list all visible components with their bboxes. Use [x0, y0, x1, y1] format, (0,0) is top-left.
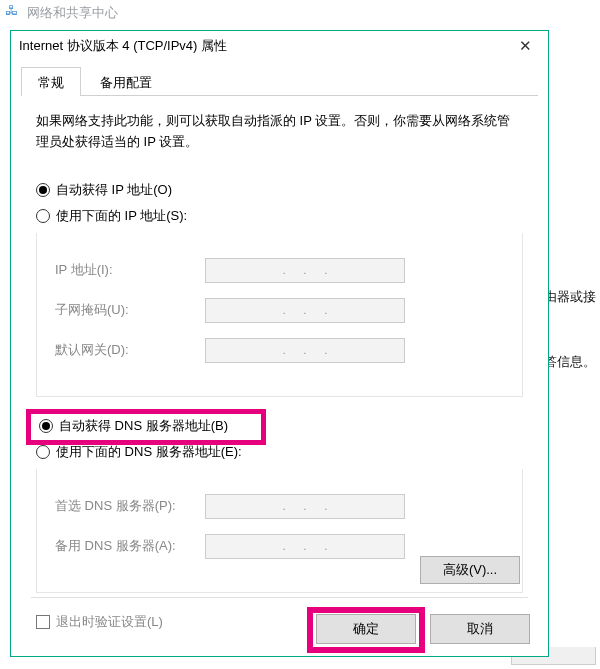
radio-auto-dns[interactable]: 自动获得 DNS 服务器地址(B)	[39, 417, 523, 435]
alternate-dns-input: ...	[205, 534, 405, 559]
radio-icon	[36, 183, 50, 197]
ipv4-properties-dialog: Internet 协议版本 4 (TCP/IPv4) 属性 ✕ 常规 备用配置 …	[10, 30, 549, 657]
radio-auto-ip-label: 自动获得 IP 地址(O)	[56, 181, 172, 199]
gateway-input: ...	[205, 338, 405, 363]
tab-alternate[interactable]: 备用配置	[83, 67, 169, 96]
gateway-row: 默认网关(D): ...	[55, 338, 504, 363]
ip-address-input: ...	[205, 258, 405, 283]
parent-window-header: 网络和共享中心	[0, 0, 600, 25]
tab-general[interactable]: 常规	[21, 67, 81, 96]
alternate-dns-row: 备用 DNS 服务器(A): ...	[55, 534, 504, 559]
dialog-button-row: 确定 取消	[316, 614, 530, 644]
separator	[31, 597, 528, 598]
preferred-dns-input: ...	[205, 494, 405, 519]
radio-auto-ip[interactable]: 自动获得 IP 地址(O)	[36, 181, 523, 199]
dialog-titlebar[interactable]: Internet 协议版本 4 (TCP/IPv4) 属性 ✕	[11, 31, 548, 61]
preferred-dns-row: 首选 DNS 服务器(P): ...	[55, 494, 504, 519]
network-icon	[5, 5, 21, 21]
radio-icon	[36, 445, 50, 459]
checkbox-icon	[36, 615, 50, 629]
gateway-label: 默认网关(D):	[55, 341, 205, 359]
ip-fields-group: IP 地址(I): ... 子网掩码(U): ... 默认网关(D): ...	[36, 233, 523, 397]
cancel-button[interactable]: 取消	[430, 614, 530, 644]
subnet-mask-label: 子网掩码(U):	[55, 301, 205, 319]
radio-auto-dns-label: 自动获得 DNS 服务器地址(B)	[59, 417, 228, 435]
alternate-dns-label: 备用 DNS 服务器(A):	[55, 537, 205, 555]
radio-manual-ip-label: 使用下面的 IP 地址(S):	[56, 207, 187, 225]
subnet-mask-input: ...	[205, 298, 405, 323]
dialog-title: Internet 协议版本 4 (TCP/IPv4) 属性	[19, 37, 227, 55]
tab-strip: 常规 备用配置	[21, 66, 538, 96]
validate-label: 退出时验证设置(L)	[56, 613, 163, 631]
parent-window-title: 网络和共享中心	[27, 4, 118, 22]
ip-address-label: IP 地址(I):	[55, 261, 205, 279]
preferred-dns-label: 首选 DNS 服务器(P):	[55, 497, 205, 515]
advanced-button[interactable]: 高级(V)...	[420, 556, 520, 584]
close-icon: ✕	[519, 37, 532, 55]
radio-manual-dns[interactable]: 使用下面的 DNS 服务器地址(E):	[36, 443, 523, 461]
ip-address-row: IP 地址(I): ...	[55, 258, 504, 283]
intro-text: 如果网络支持此功能，则可以获取自动指派的 IP 设置。否则，你需要从网络系统管理…	[36, 111, 523, 153]
radio-manual-ip[interactable]: 使用下面的 IP 地址(S):	[36, 207, 523, 225]
radio-manual-dns-label: 使用下面的 DNS 服务器地址(E):	[56, 443, 242, 461]
radio-icon	[39, 419, 53, 433]
ok-button[interactable]: 确定	[316, 614, 416, 644]
radio-icon	[36, 209, 50, 223]
close-button[interactable]: ✕	[510, 31, 540, 61]
subnet-mask-row: 子网掩码(U): ...	[55, 298, 504, 323]
